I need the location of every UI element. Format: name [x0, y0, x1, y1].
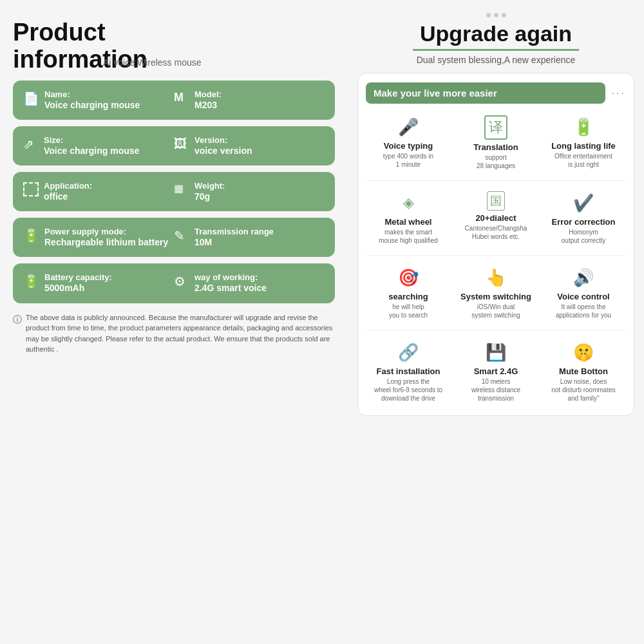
smart2g-icon: 💾 [486, 341, 506, 364]
voice-typing-icon: 🎤 [398, 115, 419, 138]
info-card-power-transmission: 🔋 Power supply mode: Rechargeable lithiu… [13, 218, 335, 257]
features-grid: 🎤 Voice typing type 400 words in1 minute… [366, 111, 626, 406]
battery-life-icon: 🔋 [573, 115, 594, 138]
version-value: voice version [194, 145, 252, 156]
upgrade-title: Upgrade again [357, 21, 634, 46]
fast-install-icon: 🔗 [398, 341, 419, 364]
info-item-power: 🔋 Power supply mode: Rechargeable lithiu… [23, 227, 174, 248]
feature-voice-typing: 🎤 Voice typing type 400 words in1 minute [366, 111, 451, 174]
info-item-transmission: ✎ Transmission range 10M [174, 227, 325, 248]
feature-metal-wheel: ◈ Metal wheel makes the smartmouse high … [366, 187, 451, 249]
model-value: M203 [194, 99, 222, 111]
feature-translation-name: Translation [473, 142, 518, 152]
features-more-dots[interactable]: ··· [612, 88, 626, 99]
info-card-battery-working: 🔋 Battery capacity: 5000mAh ⚙ way of wor… [13, 263, 335, 303]
name-icon: 📄 [23, 91, 39, 106]
info-card-name-model: 📄 Name: Voice charging mouse M Model: M2… [13, 80, 335, 120]
size-label: Size: [44, 135, 139, 145]
feature-searching-name: searching [388, 292, 428, 301]
feature-metal-wheel-desc: makes the smartmouse high qualified [379, 228, 438, 245]
product-subtitle: Ai voice Wireless mouse [103, 57, 335, 68]
dialect-icon: 国 [487, 191, 505, 211]
info-item-weight: ▦ Weight: 70g [174, 181, 325, 202]
info-item-version: 🖼 Version: voice version [174, 135, 325, 156]
weight-icon: ▦ [174, 182, 189, 194]
feature-battery-life-desc: Office entertainmentis just right [554, 152, 612, 169]
info-item-battery: 🔋 Battery capacity: 5000mAh [23, 272, 174, 294]
size-icon: ⇗ [23, 137, 39, 152]
app-icon [23, 182, 39, 196]
dots-row-right [357, 13, 634, 17]
disclaimer: ⓘ The above data is publicly announced. … [13, 312, 335, 355]
info-item-application: Application: office [23, 181, 174, 202]
feature-system-switching-desc: iOS/Win dualsystem switching [471, 303, 520, 319]
divider-3 [366, 330, 626, 330]
right-panel: Upgrade again Dual system blessing,A new… [351, 0, 644, 644]
feature-system-switching: 👆 System switching iOS/Win dualsystem sw… [453, 262, 538, 323]
searching-icon: 🎯 [398, 266, 419, 289]
divider-1 [366, 180, 626, 181]
features-header: Make your live more easier ··· [366, 82, 626, 104]
battery2-icon: 🔋 [23, 274, 39, 289]
system-switching-icon: 👆 [486, 266, 506, 289]
feature-system-switching-name: System switching [460, 292, 531, 301]
feature-voice-control: 🔊 Voice control It will opens theapplica… [541, 262, 626, 323]
info-grid: 📄 Name: Voice charging mouse M Model: M2… [13, 80, 335, 303]
info-card-app-weight: Application: office ▦ Weight: 70g [13, 172, 335, 211]
feature-metal-wheel-name: Metal wheel [385, 217, 432, 227]
feature-fast-install-name: Fast installation [377, 366, 440, 376]
feature-battery-life: 🔋 Long lasting life Office entertainment… [541, 111, 626, 174]
translation-icon: 译 [484, 115, 507, 140]
working-icon: ⚙ [174, 274, 189, 289]
feature-voice-typing-desc: type 400 words in1 minute [383, 152, 433, 169]
divider-2 [366, 255, 626, 256]
feature-searching-desc: he will helpyou to search [389, 303, 428, 319]
info-card-size-version: ⇗ Size: Voice charging mouse 🖼 Version: … [13, 126, 335, 166]
feature-fast-installation: 🔗 Fast installation Long press thewheel … [366, 337, 451, 406]
feature-smart2g-name: Smart 2.4G [474, 366, 518, 376]
transmission-label: Transmission range [194, 227, 274, 236]
dot1 [486, 13, 491, 17]
battery-label: Battery capacity: [44, 272, 112, 282]
feature-error-correction-desc: Homonymoutput correctly [562, 228, 605, 245]
size-value: Voice charging mouse [44, 145, 139, 156]
info-item-size: ⇗ Size: Voice charging mouse [23, 135, 174, 156]
power-value: Rechargeable lithium battery [44, 236, 168, 248]
app-label: Application: [44, 181, 92, 191]
working-value: 2.4G smart voice [194, 282, 267, 294]
version-label: Version: [194, 135, 252, 145]
info-item-name: 📄 Name: Voice charging mouse [23, 90, 174, 111]
transmission-value: 10M [194, 236, 274, 248]
feature-dialect-desc: Cantonese/ChangshaHubei words etc. [465, 224, 527, 241]
metal-wheel-icon: ◈ [403, 191, 414, 214]
battery-icon: 🔋 [23, 228, 39, 243]
battery-value: 5000mAh [44, 282, 112, 294]
dot2 [494, 13, 498, 17]
feature-fast-install-desc: Long press thewheel for6-9 seconds todow… [374, 377, 442, 402]
disclaimer-icon: ⓘ [13, 313, 22, 327]
feature-error-correction-name: Error correction [552, 217, 616, 227]
error-correction-icon: ✔️ [573, 191, 594, 214]
feature-battery-life-name: Long lasting life [551, 141, 616, 151]
app-value: office [44, 191, 92, 202]
features-card: Make your live more easier ··· 🎤 Voice t… [357, 73, 634, 416]
feature-mute-button-desc: Low noise, doesnot disturb roommatesand … [551, 377, 616, 402]
feature-voice-control-name: Voice control [557, 292, 609, 301]
name-label: Name: [44, 90, 140, 99]
features-header-title: Make your live more easier [366, 82, 605, 104]
name-value: Voice charging mouse [44, 99, 140, 111]
info-item-working: ⚙ way of working: 2.4G smart voice [174, 272, 325, 294]
model-icon: M [174, 91, 189, 104]
power-label: Power supply mode: [44, 227, 168, 236]
feature-mute-button: 🤫 Mute Botton Low noise, doesnot disturb… [541, 337, 626, 406]
feature-smart-2g: 💾 Smart 2.4G 10 meterswireless distancet… [453, 337, 538, 406]
dot3 [502, 13, 506, 17]
model-label: Model: [194, 90, 222, 99]
working-label: way of working: [194, 272, 267, 282]
weight-value: 70g [194, 191, 225, 202]
info-item-model: M Model: M203 [174, 90, 325, 111]
feature-dialect: 国 20+dialect Cantonese/ChangshaHubei wor… [453, 187, 538, 249]
feature-mute-button-name: Mute Botton [559, 366, 608, 376]
version-icon: 🖼 [174, 137, 189, 151]
feature-translation-desc: support28 languages [477, 153, 515, 170]
